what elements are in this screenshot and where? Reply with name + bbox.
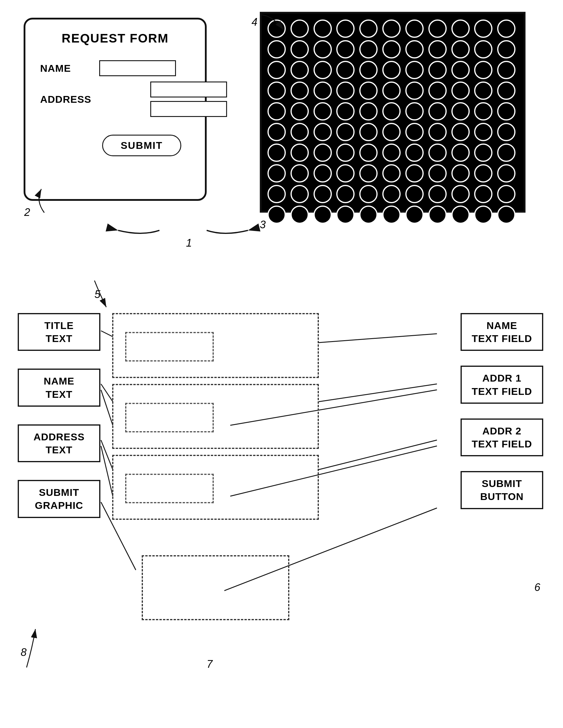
dot-circle bbox=[497, 123, 515, 141]
dot-circle bbox=[497, 185, 515, 203]
dot-circle bbox=[290, 164, 309, 183]
dashed-box-submit bbox=[142, 555, 289, 620]
label-1: 1 bbox=[186, 237, 192, 249]
dot-circle bbox=[336, 206, 354, 224]
dot-circle bbox=[405, 185, 424, 203]
dot-circle bbox=[497, 164, 515, 183]
dot-circle bbox=[336, 102, 354, 120]
label-6: 6 bbox=[534, 581, 540, 594]
arrow-5-svg bbox=[65, 278, 118, 313]
address-input-2[interactable] bbox=[150, 101, 227, 117]
address-input-1[interactable] bbox=[150, 82, 227, 97]
dot-circle bbox=[428, 123, 447, 141]
dot-circle bbox=[313, 61, 332, 79]
dot-circle bbox=[359, 40, 377, 58]
dot-circle bbox=[359, 164, 377, 183]
dot-circle bbox=[405, 144, 424, 162]
dot-circle bbox=[336, 144, 354, 162]
name-row: NAME bbox=[40, 60, 190, 76]
dot-circle bbox=[474, 61, 492, 79]
dot-circle bbox=[428, 164, 447, 183]
dot-circle bbox=[451, 61, 470, 79]
dot-circle bbox=[268, 40, 286, 58]
label-8: 8 bbox=[21, 646, 27, 659]
dot-circle bbox=[313, 164, 332, 183]
dot-circle bbox=[359, 19, 377, 38]
dot-circle bbox=[497, 102, 515, 120]
dot-circle bbox=[428, 206, 447, 224]
form-title: REQUEST FORM bbox=[40, 31, 190, 45]
dot-circle bbox=[497, 61, 515, 79]
dot-circle bbox=[474, 40, 492, 58]
dot-circle bbox=[313, 82, 332, 100]
dot-circle bbox=[405, 82, 424, 100]
center-dashed-area bbox=[112, 313, 437, 667]
top-section: REQUEST FORM NAME ADDRESS SUBMIT 2 4 bbox=[0, 12, 563, 242]
dot-circle bbox=[428, 185, 447, 203]
request-form-card: REQUEST FORM NAME ADDRESS SUBMIT bbox=[24, 18, 207, 201]
dot-circle bbox=[313, 40, 332, 58]
dot-circle bbox=[382, 144, 401, 162]
dot-circle bbox=[290, 40, 309, 58]
name-input-box[interactable] bbox=[99, 60, 176, 76]
dot-circle bbox=[382, 82, 401, 100]
dot-circle bbox=[313, 123, 332, 141]
dot-circle bbox=[497, 19, 515, 38]
dashed-box-addr bbox=[112, 455, 319, 520]
dot-circle bbox=[268, 61, 286, 79]
address-inputs bbox=[150, 82, 227, 117]
dot-circle bbox=[382, 102, 401, 120]
dot-circle bbox=[290, 185, 309, 203]
submit-area: SUBMIT bbox=[40, 135, 190, 156]
dot-circle bbox=[359, 123, 377, 141]
dot-circle bbox=[313, 102, 332, 120]
submit-button-box: SUBMIT BUTTON bbox=[460, 471, 543, 509]
dot-circle bbox=[451, 144, 470, 162]
dashed-inner-title bbox=[125, 332, 214, 361]
dot-circle bbox=[382, 206, 401, 224]
address-text-box: ADDRESS TEXT bbox=[18, 424, 100, 462]
dot-circle bbox=[474, 102, 492, 120]
dot-circle bbox=[474, 164, 492, 183]
dot-circle bbox=[405, 61, 424, 79]
dot-circle bbox=[451, 123, 470, 141]
dot-circle bbox=[451, 185, 470, 203]
dot-circle bbox=[268, 185, 286, 203]
dot-circle bbox=[359, 206, 377, 224]
dot-circle bbox=[382, 185, 401, 203]
dashed-box-name bbox=[112, 384, 319, 449]
dot-circle bbox=[290, 144, 309, 162]
dot-circle bbox=[336, 185, 354, 203]
arrow-4-svg bbox=[254, 12, 289, 35]
dot-circle bbox=[359, 102, 377, 120]
dot-circle bbox=[474, 123, 492, 141]
dot-circle bbox=[313, 144, 332, 162]
dot-circle bbox=[405, 102, 424, 120]
dashed-inner-addr bbox=[125, 474, 214, 503]
dot-circle bbox=[451, 206, 470, 224]
address-row: ADDRESS bbox=[40, 82, 190, 117]
svg-line-7 bbox=[101, 390, 113, 425]
svg-line-5 bbox=[101, 331, 113, 337]
title-text-box: TITLE TEXT bbox=[18, 313, 100, 351]
dot-circle bbox=[268, 123, 286, 141]
dot-circle bbox=[268, 144, 286, 162]
arrow-2-svg bbox=[27, 183, 56, 219]
dot-circle bbox=[382, 61, 401, 79]
dot-circle bbox=[451, 164, 470, 183]
dot-circle bbox=[359, 144, 377, 162]
name-text-box: NAME TEXT bbox=[18, 369, 100, 406]
dot-circle bbox=[474, 185, 492, 203]
dot-circle bbox=[268, 82, 286, 100]
dot-circle bbox=[290, 61, 309, 79]
submit-button[interactable]: SUBMIT bbox=[102, 135, 181, 156]
dot-circle bbox=[382, 164, 401, 183]
dot-circle bbox=[382, 19, 401, 38]
svg-line-8 bbox=[101, 440, 113, 470]
address-label: ADDRESS bbox=[40, 94, 91, 105]
dot-circle bbox=[428, 19, 447, 38]
dot-circle bbox=[290, 102, 309, 120]
label-7: 7 bbox=[207, 658, 213, 670]
dot-circle bbox=[290, 82, 309, 100]
dot-circle bbox=[474, 206, 492, 224]
